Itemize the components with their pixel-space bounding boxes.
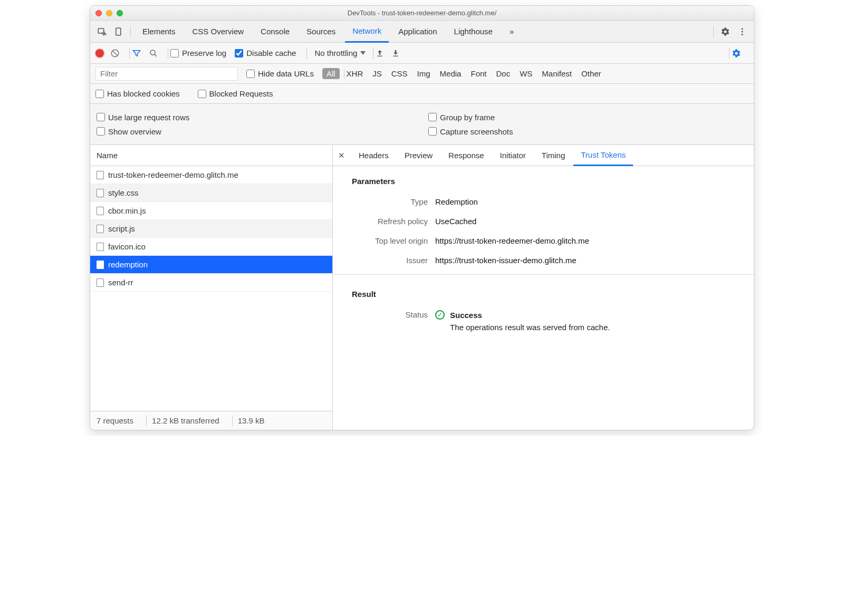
clear-icon[interactable] xyxy=(110,49,120,58)
status-bar: 7 requests 12.2 kB transferred 13.9 kB xyxy=(90,411,332,430)
inspect-icon[interactable] xyxy=(94,24,109,39)
request-list-panel: Name trust-token-redeemer-demo.glitch.me… xyxy=(90,145,333,430)
svg-point-3 xyxy=(742,31,743,32)
filter-js[interactable]: JS xyxy=(372,69,382,78)
request-row[interactable]: send-rr xyxy=(90,274,332,292)
search-icon[interactable] xyxy=(149,49,158,58)
detail-panel: ✕ Headers Preview Response Initiator Tim… xyxy=(333,145,754,430)
filter-manifest[interactable]: Manifest xyxy=(542,69,572,78)
download-icon[interactable] xyxy=(391,49,400,57)
tab-console[interactable]: Console xyxy=(253,21,297,43)
detail-tab-response[interactable]: Response xyxy=(441,145,492,166)
filter-media[interactable]: Media xyxy=(440,69,462,78)
window-title: DevTools - trust-token-redeemer-demo.gli… xyxy=(95,9,749,17)
label-issuer: Issuer xyxy=(352,256,428,265)
blocked-row: Has blocked cookies Blocked Requests xyxy=(90,84,754,104)
tab-application[interactable]: Application xyxy=(391,21,444,43)
request-row[interactable]: trust-token-redeemer-demo.glitch.me xyxy=(90,166,332,184)
label-status: Status xyxy=(352,310,428,332)
devtools-window: DevTools - trust-token-redeemer-demo.gli… xyxy=(90,5,754,430)
tab-lighthouse[interactable]: Lighthouse xyxy=(447,21,500,43)
throttling-select[interactable]: No throttling xyxy=(314,49,366,57)
tab-elements[interactable]: Elements xyxy=(135,21,183,43)
close-icon[interactable]: ✕ xyxy=(338,151,345,160)
record-icon[interactable] xyxy=(95,49,104,57)
resources-size: 13.9 kB xyxy=(238,416,272,425)
file-icon xyxy=(97,189,104,197)
detail-tab-initiator[interactable]: Initiator xyxy=(493,145,533,166)
file-icon xyxy=(97,261,104,269)
status-description: The operations result was served from ca… xyxy=(450,323,610,332)
filter-ws[interactable]: WS xyxy=(520,69,532,78)
disable-cache-checkbox[interactable]: Disable cache xyxy=(235,49,296,57)
detail-tab-preview[interactable]: Preview xyxy=(397,145,440,166)
filter-icon[interactable] xyxy=(132,49,141,58)
filter-bar: Hide data URLs All XHR JS CSS Img Media … xyxy=(90,64,754,84)
file-icon xyxy=(97,225,104,233)
request-name: send-rr xyxy=(108,278,133,287)
request-row[interactable]: redemption xyxy=(90,256,332,274)
svg-point-2 xyxy=(742,28,743,30)
request-row[interactable]: cbor.min.js xyxy=(90,202,332,220)
device-toggle-icon[interactable] xyxy=(111,24,126,39)
file-icon xyxy=(97,207,104,215)
file-icon xyxy=(97,243,104,251)
request-name: cbor.min.js xyxy=(108,206,146,215)
main-tabbar: Elements CSS Overview Console Sources Ne… xyxy=(90,21,754,43)
label-refresh-policy: Refresh policy xyxy=(352,217,428,226)
window-zoom-icon[interactable] xyxy=(117,10,123,16)
capture-screenshots-checkbox[interactable]: Capture screenshots xyxy=(428,127,739,136)
kebab-menu-icon[interactable] xyxy=(735,24,750,39)
tab-network[interactable]: Network xyxy=(345,21,389,43)
has-blocked-cookies-checkbox[interactable]: Has blocked cookies xyxy=(95,89,180,98)
titlebar: DevTools - trust-token-redeemer-demo.gli… xyxy=(90,6,754,21)
preserve-log-checkbox[interactable]: Preserve log xyxy=(170,49,226,57)
request-name: script.js xyxy=(108,224,135,233)
svg-rect-7 xyxy=(378,55,382,56)
file-icon xyxy=(97,278,104,287)
gear-icon[interactable] xyxy=(718,24,733,39)
detail-tab-timing[interactable]: Timing xyxy=(534,145,572,166)
svg-rect-1 xyxy=(116,28,121,35)
value-type: Redemption xyxy=(435,197,478,206)
blocked-requests-checkbox[interactable]: Blocked Requests xyxy=(198,89,273,98)
detail-tab-trust-tokens[interactable]: Trust Tokens xyxy=(573,145,633,166)
detail-tab-headers[interactable]: Headers xyxy=(351,145,396,166)
request-name: favicon.ico xyxy=(108,242,146,251)
filter-other[interactable]: Other xyxy=(581,69,601,78)
filter-img[interactable]: Img xyxy=(417,69,430,78)
filter-xhr[interactable]: XHR xyxy=(347,69,363,78)
success-check-icon: ✓ xyxy=(435,310,445,320)
window-close-icon[interactable] xyxy=(95,10,102,16)
hide-data-urls-checkbox[interactable]: Hide data URLs xyxy=(246,69,314,78)
column-header-name[interactable]: Name xyxy=(90,145,332,166)
view-options: Use large request rows Show overview Gro… xyxy=(90,104,754,145)
parameters-heading: Parameters xyxy=(333,166,754,192)
file-icon xyxy=(97,171,104,179)
upload-icon[interactable] xyxy=(376,49,384,57)
svg-rect-0 xyxy=(98,28,104,33)
window-minimize-icon[interactable] xyxy=(106,10,112,16)
value-issuer: https://trust-token-issuer-demo.glitch.m… xyxy=(435,256,577,265)
filter-input[interactable] xyxy=(95,67,238,81)
filter-font[interactable]: Font xyxy=(471,69,486,78)
svg-point-6 xyxy=(150,50,155,55)
request-row[interactable]: favicon.ico xyxy=(90,238,332,256)
large-rows-checkbox[interactable]: Use large request rows xyxy=(97,113,407,122)
request-row[interactable]: style.css xyxy=(90,184,332,202)
tab-css-overview[interactable]: CSS Overview xyxy=(185,21,252,43)
tabs-overflow[interactable]: » xyxy=(502,21,521,43)
chevron-down-icon xyxy=(360,51,366,55)
request-row[interactable]: script.js xyxy=(90,220,332,238)
filter-css[interactable]: CSS xyxy=(391,69,408,78)
network-settings-gear-icon[interactable] xyxy=(732,49,741,58)
tab-sources[interactable]: Sources xyxy=(299,21,343,43)
filter-doc[interactable]: Doc xyxy=(496,69,510,78)
request-name: trust-token-redeemer-demo.glitch.me xyxy=(108,170,238,179)
network-toolbar: Preserve log Disable cache No throttling xyxy=(90,43,754,64)
value-refresh-policy: UseCached xyxy=(435,217,476,226)
label-type: Type xyxy=(352,197,428,206)
group-by-frame-checkbox[interactable]: Group by frame xyxy=(428,113,739,122)
filter-all[interactable]: All xyxy=(322,68,340,79)
show-overview-checkbox[interactable]: Show overview xyxy=(97,127,407,136)
